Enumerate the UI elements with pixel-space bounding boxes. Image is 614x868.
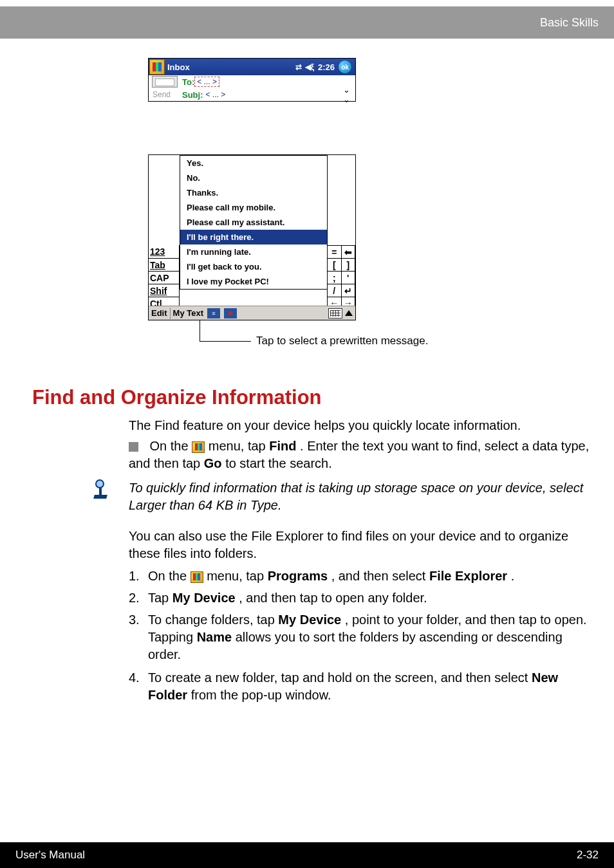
to-field[interactable]: < ... > (194, 77, 219, 87)
sip-right-keys: =⬅ [] ;' /↵ ←→ (327, 245, 355, 309)
popup-item-selected[interactable]: I'll be right there. (180, 230, 327, 245)
text-bold: Name (197, 630, 232, 644)
info-icon (90, 479, 117, 506)
text: from the pop-up window. (191, 688, 331, 702)
key[interactable]: ' (342, 271, 356, 284)
list-item: 1. On the menu, tap Programs , and then … (129, 568, 595, 585)
connectivity-icon[interactable]: ⇄ (295, 62, 301, 71)
keyboard-icon[interactable] (328, 308, 342, 319)
subj-field[interactable]: < ... > (206, 90, 226, 99)
callout-leader (200, 341, 251, 342)
text: . (511, 569, 515, 583)
key[interactable]: ; (327, 271, 342, 284)
start-icon (191, 571, 203, 583)
list-item: 3. To change folders, tap My Device , po… (129, 611, 595, 663)
list-item: 2. Tap My Device , and then tap to open … (129, 589, 595, 607)
list-number: 2. (129, 589, 148, 607)
key-123[interactable]: 123 (149, 245, 180, 258)
mytext-icon[interactable]: ≡ (207, 308, 220, 319)
subj-label: Subj: (182, 90, 203, 100)
key[interactable]: = (327, 245, 342, 258)
volume-icon[interactable]: ◀ξ (305, 62, 314, 71)
send-button[interactable]: Send (151, 90, 171, 99)
popup-item[interactable]: Please call my assistant. (180, 215, 327, 230)
text: to start the search. (225, 456, 332, 470)
separator (170, 308, 171, 319)
expand-chevron-icon[interactable]: ⌄⌄ (343, 85, 350, 104)
callout-text: Tap to select a prewritten message. (256, 335, 428, 347)
sip-up-icon[interactable] (345, 310, 353, 316)
text-bold: File Explorer (429, 569, 507, 583)
text-bold: Find (269, 439, 296, 453)
paragraph: The Find feature on your device helps yo… (129, 417, 595, 434)
compose-header: To: < ... > Send Subj: < ... > ⌄⌄ (149, 75, 355, 101)
key[interactable]: / (327, 284, 342, 297)
popup-item[interactable]: I'm running late. (180, 245, 327, 259)
start-icon[interactable] (149, 59, 165, 75)
titlebar-status: ⇄ ◀ξ 2:26 ok (295, 60, 355, 73)
page-footer: User's Manual 2-32 (0, 842, 614, 868)
flag-icon (153, 62, 162, 71)
text: Tap (148, 591, 172, 605)
text: On the (148, 569, 187, 583)
accounts-icon[interactable] (149, 76, 180, 88)
popup-item[interactable]: Yes. (180, 156, 327, 171)
text: To create a new folder, tap and hold on … (148, 670, 532, 685)
text: To change folders, tap (148, 613, 278, 627)
text-bold: Programs (268, 569, 328, 583)
list-number: 4. (129, 669, 148, 704)
key-enter[interactable]: ↵ (342, 284, 356, 297)
text-bold: My Device (172, 591, 236, 605)
sip-left-keys: 123 Tab CAP Shif Ctl (149, 245, 180, 309)
key-cap[interactable]: CAP (149, 271, 180, 284)
text: On the (150, 439, 189, 453)
record-icon[interactable] (224, 308, 237, 319)
popup-item[interactable]: I love my Pocket PC! (180, 274, 327, 289)
titlebar: Inbox ⇄ ◀ξ 2:26 ok (149, 59, 355, 75)
mytext-menu[interactable]: My Text (173, 308, 203, 318)
popup-item[interactable]: No. (180, 171, 327, 185)
text: menu, tap (207, 569, 268, 583)
callout-leader (200, 320, 200, 341)
command-bar: Edit My Text ≡ (149, 306, 355, 320)
mytext-screenshot: Yes. No. Thanks. Please call my mobile. … (148, 154, 356, 320)
text-bold: My Device (278, 613, 341, 627)
bullet-item: On the menu, tap Find . Enter the text y… (129, 438, 595, 472)
list-item: 4. To create a new folder, tap and hold … (129, 669, 595, 704)
text-bold: Go (204, 456, 222, 470)
footer-right: 2-32 (577, 849, 599, 862)
popup-item[interactable]: Please call my mobile. (180, 200, 327, 215)
key[interactable]: ] (342, 258, 356, 271)
text: , and then tap to open any folder. (239, 591, 427, 605)
list-number: 3. (129, 611, 148, 663)
ok-button[interactable]: ok (339, 60, 351, 73)
list-number: 1. (129, 568, 148, 585)
edit-menu[interactable]: Edit (149, 308, 167, 318)
mytext-popup: Yes. No. Thanks. Please call my mobile. … (180, 155, 328, 290)
footer-left: User's Manual (15, 849, 85, 862)
text: , and then select (331, 569, 429, 583)
inbox-screenshot: Inbox ⇄ ◀ξ 2:26 ok To: < ... > Send Subj… (148, 58, 356, 102)
clock: 2:26 (318, 62, 335, 72)
section-heading: Find and Organize Information (32, 386, 322, 409)
window-title: Inbox (167, 62, 295, 72)
to-label: To: (182, 77, 194, 87)
paragraph: You can also use the File Explorer to fi… (129, 528, 595, 562)
popup-item[interactable]: Thanks. (180, 185, 327, 200)
popup-item[interactable]: I'll get back to you. (180, 259, 327, 274)
key-shift[interactable]: Shif (149, 284, 180, 297)
text: menu, tap (209, 439, 270, 453)
key[interactable]: [ (327, 258, 342, 271)
square-bullet-icon (129, 442, 138, 452)
note-text: To quickly find information that is taki… (129, 479, 595, 514)
start-icon (192, 441, 205, 453)
page-header-band (0, 6, 614, 39)
key-backspace[interactable]: ⬅ (342, 245, 356, 258)
page-header-label: Basic Skills (540, 16, 599, 30)
key-tab[interactable]: Tab (149, 258, 180, 271)
